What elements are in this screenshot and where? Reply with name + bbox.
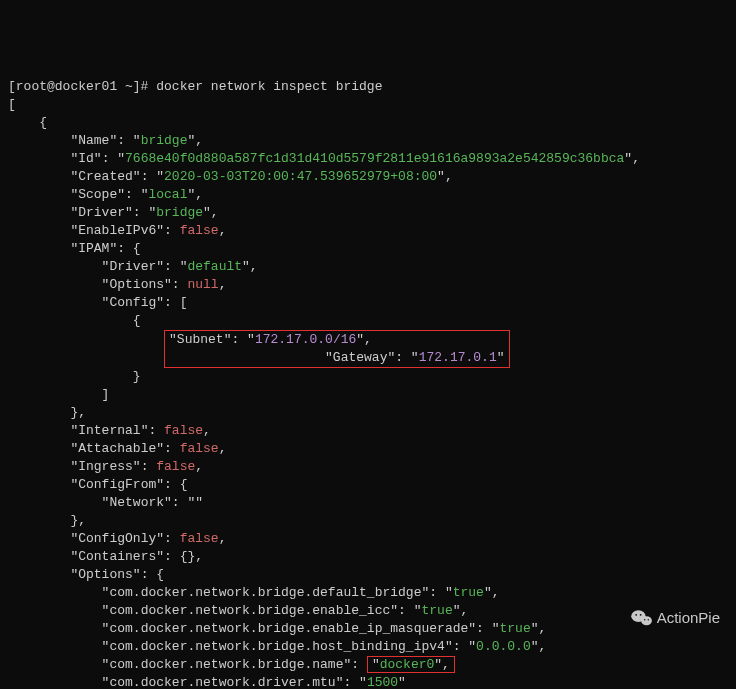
val-ipam-options: null <box>187 277 218 292</box>
svg-point-5 <box>647 619 648 620</box>
key-ipam-options: Options <box>109 277 164 292</box>
key-ipam: IPAM <box>78 241 109 256</box>
val-opt-enable-ip-masq: true <box>500 621 531 636</box>
val-driver: bridge <box>156 205 203 220</box>
key-configfrom-network: Network <box>109 495 164 510</box>
key-scope: Scope <box>78 187 117 202</box>
svg-point-3 <box>639 614 641 616</box>
highlight-box-subnet-gateway: "Subnet": "172.17.0.0/16", "Gateway": "1… <box>164 330 509 368</box>
key-opt-mtu: com.docker.network.driver.mtu <box>109 675 335 689</box>
wechat-icon <box>631 573 653 663</box>
val-gateway: 172.17.0.1 <box>419 350 497 365</box>
val-ipam-driver: default <box>187 259 242 274</box>
key-name: Name <box>78 133 109 148</box>
val-enableipv6: false <box>180 223 219 238</box>
val-subnet-cidr: /16 <box>333 332 356 347</box>
key-opt-enable-icc: com.docker.network.bridge.enable_icc <box>109 603 390 618</box>
key-internal: Internal <box>78 423 140 438</box>
val-attachable: false <box>180 441 219 456</box>
val-created: 2020-03-03T20:00:47.539652979+08:00 <box>164 169 437 184</box>
key-options: Options <box>78 567 133 582</box>
shell-prompt: [root@docker01 ~]# docker network inspec… <box>8 79 382 94</box>
val-name: bridge <box>141 133 188 148</box>
val-ingress: false <box>156 459 195 474</box>
key-id: Id <box>78 151 94 166</box>
val-containers: {} <box>180 549 196 564</box>
svg-point-1 <box>641 616 652 625</box>
highlight-box-docker0: "docker0", <box>367 656 455 673</box>
key-ingress: Ingress <box>78 459 133 474</box>
val-opt-mtu: 1500 <box>367 675 398 689</box>
watermark-text: ActionPie <box>657 609 720 627</box>
val-id: 7668e40f0d880a587fc1d31d410d5579f2811e91… <box>125 151 624 166</box>
val-subnet-ip: 172.17.0.0 <box>255 332 333 347</box>
val-internal: false <box>164 423 203 438</box>
key-opt-default-bridge: com.docker.network.bridge.default_bridge <box>109 585 421 600</box>
svg-point-4 <box>644 619 645 620</box>
val-scope: local <box>148 187 187 202</box>
key-attachable: Attachable <box>78 441 156 456</box>
val-opt-enable-icc: true <box>422 603 453 618</box>
svg-point-2 <box>635 614 637 616</box>
key-ipam-driver: Driver <box>109 259 156 274</box>
key-configfrom: ConfigFrom <box>78 477 156 492</box>
val-opt-host-binding: 0.0.0.0 <box>476 639 531 654</box>
watermark: ActionPie <box>631 573 720 663</box>
key-gateway: Gateway <box>333 350 388 365</box>
key-opt-enable-ip-masq: com.docker.network.bridge.enable_ip_masq… <box>109 621 468 636</box>
key-opt-name: com.docker.network.bridge.name <box>109 657 343 672</box>
key-driver: Driver <box>78 205 125 220</box>
key-enableipv6: EnableIPv6 <box>78 223 156 238</box>
key-configonly: ConfigOnly <box>78 531 156 546</box>
key-created: Created <box>78 169 133 184</box>
val-opt-default-bridge: true <box>453 585 484 600</box>
val-configonly: false <box>180 531 219 546</box>
key-subnet: Subnet <box>177 332 224 347</box>
key-ipam-config: Config <box>109 295 156 310</box>
key-containers: Containers <box>78 549 156 564</box>
val-opt-name: docker0 <box>380 657 435 672</box>
key-opt-host-binding: com.docker.network.bridge.host_binding_i… <box>109 639 444 654</box>
